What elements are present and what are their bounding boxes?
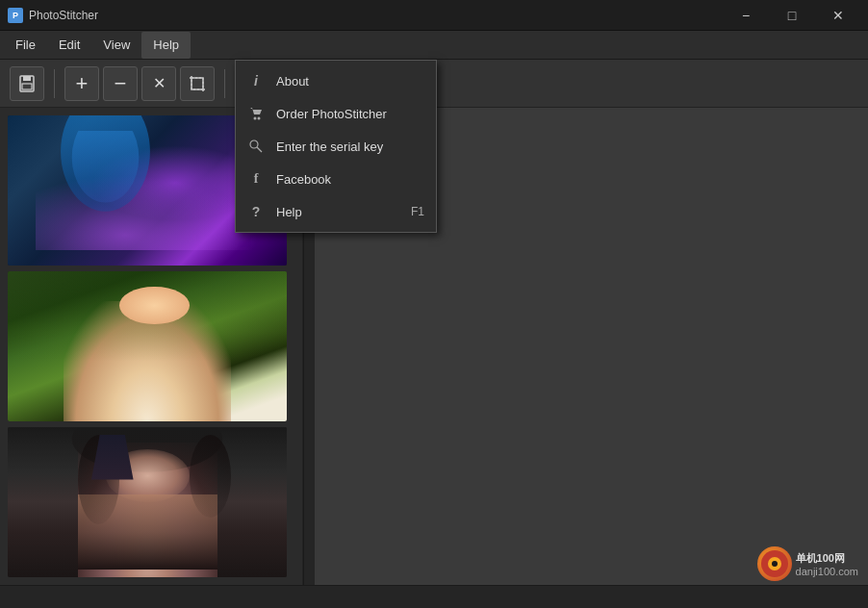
help-shortcut: F1 xyxy=(411,205,424,218)
help-label: Help xyxy=(276,205,399,219)
menu-view[interactable]: View xyxy=(91,32,141,59)
about-label: About xyxy=(276,74,413,89)
svg-line-18 xyxy=(257,147,262,152)
help-dropdown-menu: i About Order PhotoStitcher Enter the se… xyxy=(235,60,437,233)
facebook-icon: f xyxy=(247,170,265,188)
remove-button[interactable]: − xyxy=(103,66,138,101)
svg-point-21 xyxy=(772,561,778,567)
help-icon: ? xyxy=(247,203,265,220)
toolbar-separator-2 xyxy=(224,69,225,98)
about-icon: i xyxy=(247,72,265,89)
menu-bar: File Edit View Help xyxy=(0,31,868,60)
app-icon: P xyxy=(8,8,23,23)
status-bar xyxy=(0,585,868,608)
app-title: PhotoStitcher xyxy=(29,9,98,22)
toolbar-separator-1 xyxy=(54,69,55,98)
svg-point-16 xyxy=(258,117,261,120)
crop-button[interactable] xyxy=(180,66,215,101)
order-icon xyxy=(247,105,265,122)
close-button[interactable]: ✕ xyxy=(816,0,860,31)
title-bar: P PhotoStitcher − □ ✕ xyxy=(0,0,868,31)
delete-button[interactable]: ✕ xyxy=(141,66,176,101)
svg-rect-5 xyxy=(191,78,203,89)
menu-item-about[interactable]: i About xyxy=(236,64,436,97)
watermark-text: 单机100网 danji100.com xyxy=(796,551,858,577)
image-thumb-2[interactable] xyxy=(8,271,287,421)
add-button[interactable]: + xyxy=(64,66,99,101)
menu-item-help[interactable]: ? Help F1 xyxy=(236,195,436,228)
menu-item-facebook[interactable]: f Facebook xyxy=(236,163,436,195)
menu-file[interactable]: File xyxy=(4,32,47,59)
order-label: Order PhotoStitcher xyxy=(276,107,413,121)
watermark-line2: danji100.com xyxy=(796,566,858,577)
save-button[interactable] xyxy=(10,66,44,101)
svg-rect-3 xyxy=(23,76,31,81)
title-bar-controls: − □ ✕ xyxy=(724,0,860,31)
title-bar-left: P PhotoStitcher xyxy=(8,8,98,23)
svg-point-15 xyxy=(254,117,257,120)
menu-item-serial[interactable]: Enter the serial key xyxy=(236,130,436,163)
minimize-button[interactable]: − xyxy=(724,0,768,31)
facebook-label: Facebook xyxy=(276,172,413,187)
menu-edit[interactable]: Edit xyxy=(47,32,91,59)
serial-label: Enter the serial key xyxy=(276,139,413,154)
menu-help[interactable]: Help xyxy=(141,32,191,59)
svg-point-17 xyxy=(250,140,258,148)
svg-rect-4 xyxy=(22,84,32,89)
watermark-line1: 单机100网 xyxy=(796,551,858,566)
menu-item-order[interactable]: Order PhotoStitcher xyxy=(236,97,436,130)
serial-icon xyxy=(247,138,265,155)
watermark: 单机100网 danji100.com xyxy=(757,546,858,581)
svg-text:P: P xyxy=(13,11,18,20)
watermark-logo xyxy=(757,546,792,581)
image-thumb-3[interactable] xyxy=(8,427,287,577)
maximize-button[interactable]: □ xyxy=(770,0,814,31)
